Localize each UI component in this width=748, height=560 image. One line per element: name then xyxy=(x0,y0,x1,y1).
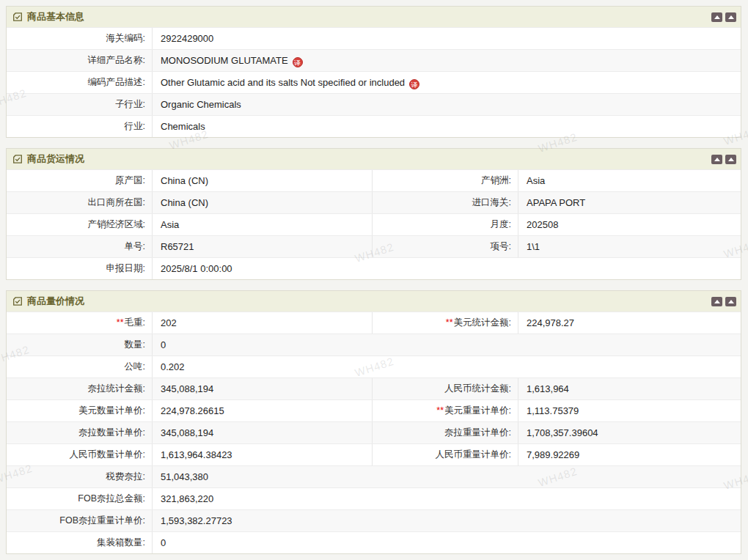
field-value: 202508 xyxy=(518,214,741,235)
field-value-text: China (CN) xyxy=(161,197,208,208)
field-label: 美元数量计单价: xyxy=(7,400,153,421)
field-value: 0 xyxy=(153,532,741,553)
field-value: Asia xyxy=(518,170,741,191)
table-row: 海关编码:2922429000 xyxy=(7,27,741,49)
field-value: 51,043,380 xyxy=(153,466,741,487)
field-value: Other Glutamic acid and its salts Not sp… xyxy=(153,72,741,93)
field-value-text: 1,593,382.27723 xyxy=(161,515,232,526)
translate-badge-icon[interactable]: 译 xyxy=(409,79,419,89)
collapse-section-button[interactable] xyxy=(711,297,722,306)
section-title: 商品货运情况 xyxy=(27,149,84,169)
field-value: Chemicals xyxy=(153,116,741,137)
field-value-text: 345,088,194 xyxy=(161,383,213,394)
field-value: APAPA PORT xyxy=(518,192,741,213)
table-row: 奈拉数量计单价:345,088,194奈拉重量计单价:1,708,357.396… xyxy=(7,421,741,443)
field-label: 编码产品描述: xyxy=(7,72,153,93)
field-label: 出口商所在国: xyxy=(7,192,153,213)
field-value: 1,613,964.38423 xyxy=(153,444,373,465)
collapse-all-button[interactable] xyxy=(725,12,736,22)
field-label: **美元统计金额: xyxy=(372,312,518,334)
checklist-icon xyxy=(12,296,23,306)
field-value: 345,088,194 xyxy=(153,422,373,443)
checklist-icon xyxy=(12,154,23,164)
table-row: 详细产品名称:MONOSODIUM GLUTAMATE译 xyxy=(7,49,741,71)
field-value-text: 0 xyxy=(161,537,166,548)
field-label-text: 人民币重量计单价: xyxy=(436,449,511,460)
field-value-text: 1,708,357.39604 xyxy=(527,427,598,438)
table-row: FOB奈拉重量计单价:1,593,382.27723 xyxy=(7,509,741,531)
table-row: 子行业:Organic Chemicals xyxy=(7,93,741,115)
field-label-text: 美元重量计单价: xyxy=(444,405,511,416)
field-label-text: 奈拉数量计单价: xyxy=(78,427,145,438)
field-label: **美元重量计单价: xyxy=(372,400,518,421)
field-value-text: 345,088,194 xyxy=(161,427,213,438)
field-label: 详细产品名称: xyxy=(7,50,153,71)
field-label-text: 子行业: xyxy=(115,99,145,109)
section-title: 商品量价情况 xyxy=(27,291,84,312)
field-value: China (CN) xyxy=(153,192,373,213)
table-row: 出口商所在国:China (CN)进口海关:APAPA PORT xyxy=(7,191,741,213)
field-label-text: 税费奈拉: xyxy=(106,471,145,482)
field-label: FOB奈拉总金额: xyxy=(7,488,153,509)
field-value-text: Other Glutamic acid and its salts Not sp… xyxy=(161,77,405,88)
field-value-text: Asia xyxy=(161,219,179,230)
field-label-text: 项号: xyxy=(491,241,511,251)
table-row: 产销经济区域:Asia月度:202508 xyxy=(7,213,741,235)
field-label-text: 数量: xyxy=(125,339,145,350)
field-value-text: 1\1 xyxy=(527,241,540,252)
field-value-text: Asia xyxy=(527,175,545,186)
field-label-text: 申报日期: xyxy=(106,263,145,273)
field-label: 税费奈拉: xyxy=(7,466,153,487)
translate-badge-icon[interactable]: 译 xyxy=(293,57,303,67)
field-label-text: 毛重: xyxy=(125,317,145,328)
collapse-section-button[interactable] xyxy=(711,155,722,164)
field-label-text: 海关编码: xyxy=(106,33,145,43)
field-label-text: 产销洲: xyxy=(481,175,511,185)
field-value-text: 321,863,220 xyxy=(161,493,213,504)
field-value: 1,708,357.39604 xyxy=(518,422,741,443)
section-header: 商品基本信息 xyxy=(7,7,741,27)
table-row: **毛重:202**美元统计金额:224,978.27 xyxy=(7,312,741,334)
field-label-text: 单号: xyxy=(125,241,145,251)
field-value-text: 202508 xyxy=(527,219,558,230)
field-value-text: 51,043,380 xyxy=(161,471,208,482)
field-value: 202 xyxy=(153,312,373,334)
collapse-all-button[interactable] xyxy=(725,155,736,164)
field-label: 人民币数量计单价: xyxy=(7,444,153,465)
field-label: 奈拉统计金额: xyxy=(7,378,153,399)
table-row: 行业:Chemicals xyxy=(7,115,741,137)
field-label-text: 行业: xyxy=(125,121,145,131)
up-triangle-icon xyxy=(728,15,734,19)
field-label-text: 美元数量计单价: xyxy=(78,405,145,416)
field-value: 1,613,964 xyxy=(518,378,741,399)
table-row: 美元数量计单价:224,978.26615**美元重量计单价:1,113.753… xyxy=(7,399,741,421)
field-label: 原产国: xyxy=(7,170,153,191)
up-triangle-icon xyxy=(714,15,720,19)
field-value-text: 2025/8/1 0:00:00 xyxy=(161,263,232,274)
table-row: FOB奈拉总金额:321,863,220 xyxy=(7,487,741,509)
section-panel: 商品基本信息海关编码:2922429000详细产品名称:MONOSODIUM G… xyxy=(6,6,741,138)
field-label-text: 美元统计金额: xyxy=(454,317,511,328)
field-label: 产销经济区域: xyxy=(7,214,153,235)
field-value-text: 1,613,964.38423 xyxy=(161,449,232,460)
field-label: 行业: xyxy=(7,116,153,137)
field-value-text: 2922429000 xyxy=(161,33,213,44)
field-value: 1,113.75379 xyxy=(518,400,741,421)
table-row: 人民币数量计单价:1,613,964.38423人民币重量计单价:7,989.9… xyxy=(7,443,741,465)
field-value: Asia xyxy=(153,214,373,235)
table-row: 单号:R65721项号:1\1 xyxy=(7,235,741,257)
field-value: 1,593,382.27723 xyxy=(153,510,741,531)
section-header: 商品量价情况 xyxy=(7,291,741,312)
field-value: Organic Chemicals xyxy=(153,94,741,115)
field-label: 子行业: xyxy=(7,94,153,115)
section-panel: 商品量价情况**毛重:202**美元统计金额:224,978.27数量:0公吨:… xyxy=(6,290,741,554)
checklist-icon xyxy=(12,12,23,22)
field-label-text: 出口商所在国: xyxy=(88,197,145,207)
collapse-section-button[interactable] xyxy=(711,12,722,22)
field-label: 产销洲: xyxy=(372,170,518,191)
field-label: 月度: xyxy=(372,214,518,235)
field-value-text: 1,113.75379 xyxy=(527,405,579,416)
collapse-all-button[interactable] xyxy=(725,297,736,306)
field-label-text: 产销经济区域: xyxy=(88,219,145,229)
field-value-text: MONOSODIUM GLUTAMATE xyxy=(161,55,288,66)
